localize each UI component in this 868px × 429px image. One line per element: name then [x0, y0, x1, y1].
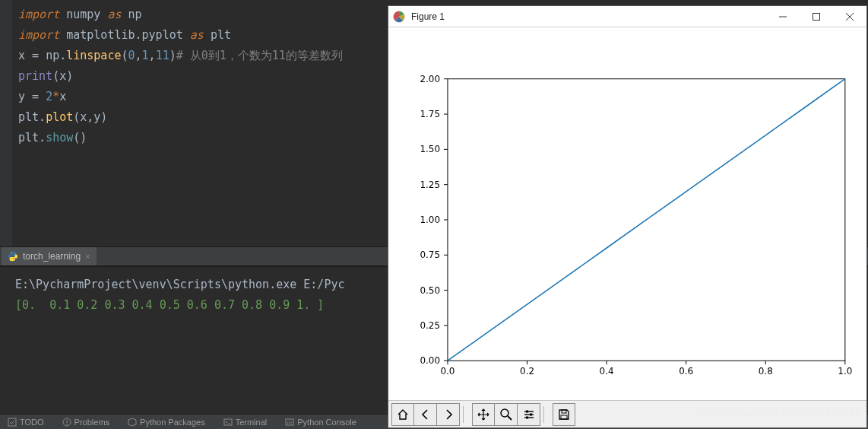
- svg-rect-11: [813, 13, 820, 20]
- svg-point-0: [11, 253, 11, 253]
- svg-text:1.0: 1.0: [838, 366, 852, 377]
- svg-rect-50: [526, 410, 528, 412]
- toolwindow-python-packages[interactable]: Python Packages: [128, 418, 205, 427]
- svg-text:0.75: 0.75: [420, 249, 440, 260]
- svg-text:py: py: [287, 420, 292, 424]
- svg-text:0.00: 0.00: [420, 355, 440, 366]
- svg-text:0.2: 0.2: [520, 366, 534, 377]
- mpl-home-button[interactable]: [391, 403, 414, 426]
- svg-text:0.0: 0.0: [440, 366, 455, 377]
- matplotlib-icon: [393, 11, 405, 23]
- mpl-configure-button[interactable]: [518, 403, 540, 426]
- chart-svg: 0.00.20.40.60.81.00.000.250.500.751.001.…: [388, 27, 866, 400]
- svg-rect-54: [561, 415, 567, 419]
- svg-text:1.50: 1.50: [420, 144, 440, 154]
- mpl-save-button[interactable]: [553, 403, 575, 426]
- svg-text:2.00: 2.00: [420, 74, 440, 84]
- svg-text:1.00: 1.00: [420, 214, 440, 225]
- svg-point-45: [501, 409, 508, 417]
- svg-rect-52: [526, 416, 528, 418]
- plot-canvas[interactable]: 0.00.20.40.60.81.00.000.250.500.751.001.…: [388, 27, 866, 400]
- svg-point-1: [14, 259, 15, 260]
- svg-rect-2: [8, 418, 16, 426]
- run-tab-label: torch_learning: [23, 251, 81, 262]
- svg-line-46: [508, 416, 512, 420]
- svg-text:1.75: 1.75: [420, 109, 440, 119]
- svg-text:0.6: 0.6: [679, 366, 693, 377]
- svg-text:0.4: 0.4: [600, 366, 614, 377]
- mpl-back-button[interactable]: [414, 403, 437, 426]
- svg-text:1.25: 1.25: [420, 180, 440, 190]
- mpl-forward-button[interactable]: [437, 403, 460, 426]
- minimize-button[interactable]: [766, 6, 800, 27]
- watermark-text: https://blog.csdn.net/u011250160: [697, 406, 862, 418]
- svg-rect-51: [530, 413, 532, 415]
- mpl-zoom-button[interactable]: [495, 403, 518, 426]
- close-button[interactable]: [833, 6, 866, 27]
- run-tab-torch-learning[interactable]: torch_learning ×: [2, 247, 97, 265]
- svg-text:0.8: 0.8: [759, 366, 773, 377]
- svg-text:0.50: 0.50: [420, 285, 440, 296]
- svg-point-5: [66, 424, 68, 425]
- figure-titlebar[interactable]: Figure 1: [388, 6, 866, 27]
- figure-window: Figure 1 0.00.20.40.60.81.00.000.250.500…: [388, 5, 867, 428]
- toolwindow-terminal[interactable]: Terminal: [223, 418, 268, 427]
- mpl-pan-button[interactable]: [472, 403, 495, 426]
- figure-title: Figure 1: [411, 11, 766, 22]
- svg-text:0.25: 0.25: [420, 320, 440, 331]
- toolwindow-problems[interactable]: Problems: [62, 418, 109, 427]
- toolwindow-python-console[interactable]: pyPython Console: [285, 418, 356, 427]
- maximize-button[interactable]: [800, 6, 833, 27]
- python-icon: [8, 251, 18, 262]
- toolwindow-todo[interactable]: TODO: [8, 418, 44, 427]
- close-icon[interactable]: ×: [85, 252, 90, 261]
